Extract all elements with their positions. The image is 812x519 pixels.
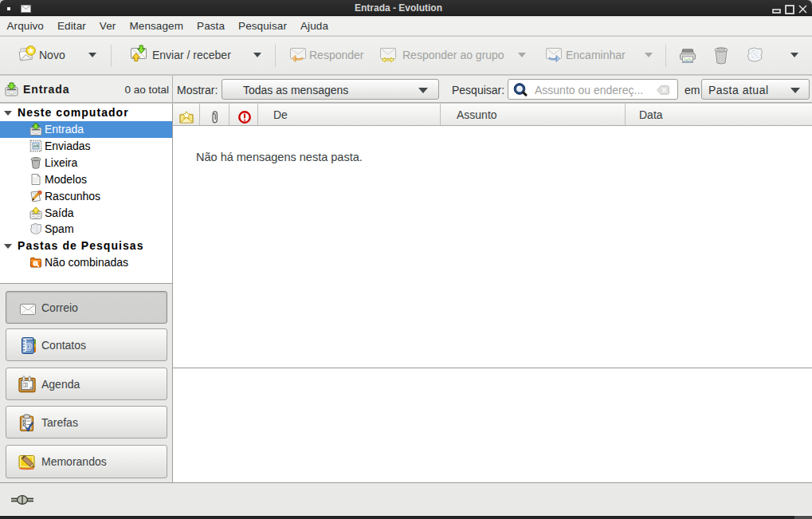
svg-text:3: 3 — [24, 382, 27, 387]
